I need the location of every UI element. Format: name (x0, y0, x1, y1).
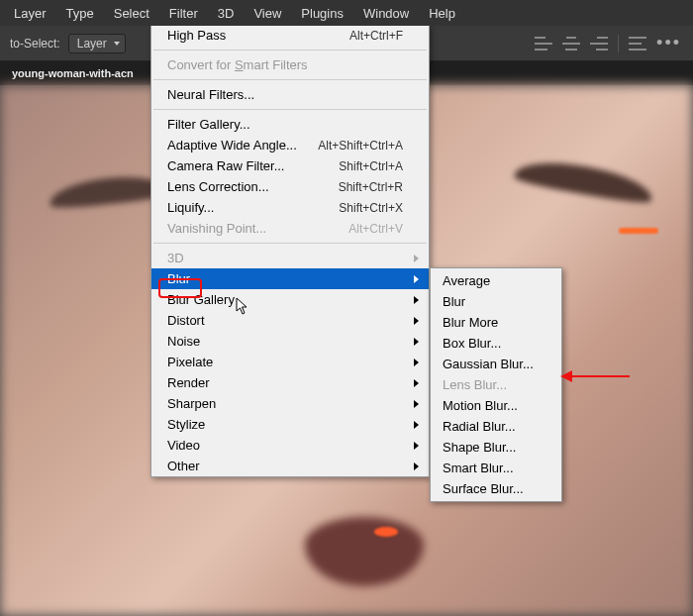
blur-gaussian-blur[interactable]: Gaussian Blur... (431, 354, 561, 374)
menu-item-label: Lens Correction... (167, 179, 269, 194)
menu-other-submenu[interactable]: Other (151, 456, 429, 476)
menu-item-shortcut: Alt+Ctrl+V (329, 222, 403, 236)
menu-item-shortcut: Shift+Ctrl+X (319, 201, 403, 215)
menu-item-label: Smart Blur... (443, 461, 514, 475)
blur-shape-blur[interactable]: Shape Blur... (431, 437, 561, 458)
menu-distort-submenu[interactable]: Distort (151, 310, 429, 331)
auto-select-label: to-Select: (2, 37, 68, 51)
menu-sharpen-submenu[interactable]: Sharpen (151, 393, 429, 414)
blur-submenu: Average Blur Blur More Box Blur... Gauss… (430, 267, 562, 502)
menu-item-label: Filter Gallery... (167, 117, 250, 132)
menu-vanishing-point: Vanishing Point...Alt+Ctrl+V (151, 218, 429, 239)
menu-filter-gallery[interactable]: Filter Gallery... (151, 114, 429, 135)
menu-item-label: Radial Blur... (443, 419, 516, 434)
menu-item-label: Sharpen (167, 396, 216, 411)
annotation-arrow-icon (562, 375, 630, 377)
menu-item-label: Neural Filters... (167, 87, 254, 102)
image-highlight (619, 228, 658, 234)
menu-lens-correction[interactable]: Lens Correction...Shift+Ctrl+R (151, 176, 429, 197)
menu-item-label: Noise (167, 334, 200, 349)
menu-separator (153, 243, 427, 244)
menu-item-label: Blur (443, 294, 465, 309)
menu-liquify[interactable]: Liquify...Shift+Ctrl+X (151, 197, 429, 218)
menu-pixelate-submenu[interactable]: Pixelate (151, 352, 429, 372)
menu-render-submenu[interactable]: Render (151, 372, 429, 393)
menu-item-label: Vanishing Point... (167, 221, 266, 236)
cursor-icon (236, 297, 249, 315)
align-right-icon[interactable] (590, 37, 608, 51)
menubar: Layer Type Select Filter 3D View Plugins… (0, 0, 693, 26)
menu-item-label: Adaptive Wide Angle... (167, 138, 297, 153)
menu-stylize-submenu[interactable]: Stylize (151, 414, 429, 435)
blur-surface-blur[interactable]: Surface Blur... (431, 478, 561, 499)
align-left-icon[interactable] (535, 37, 552, 51)
menu-plugins[interactable]: Plugins (291, 0, 353, 26)
menu-layer[interactable]: Layer (4, 0, 56, 26)
menu-select[interactable]: Select (104, 0, 159, 26)
menu-neural-filters[interactable]: Neural Filters... (151, 84, 429, 105)
menu-item-label: High Pass (167, 28, 226, 43)
menu-noise-submenu[interactable]: Noise (151, 331, 429, 352)
blur-average[interactable]: Average (431, 270, 561, 291)
menu-item-shortcut: Shift+Ctrl+R (319, 180, 403, 194)
menu-filter[interactable]: Filter (159, 0, 208, 26)
align-tools: ••• (535, 26, 693, 60)
menu-item-label: 3D (167, 251, 184, 265)
filter-dropdown-menu: High Pass Alt+Ctrl+F Convert for Smart F… (150, 24, 430, 477)
blur-lens-blur: Lens Blur... (431, 374, 561, 395)
menu-item-label: Surface Blur... (443, 481, 524, 496)
menu-item-label: Blur More (443, 315, 498, 330)
menu-adaptive-wide-angle[interactable]: Adaptive Wide Angle...Alt+Shift+Ctrl+A (151, 135, 429, 155)
image-highlight (374, 527, 398, 537)
blur-box-blur[interactable]: Box Blur... (431, 333, 561, 354)
menu-convert-smart-filters: Convert for Smart Filters (151, 54, 429, 75)
menu-3d-submenu: 3D (151, 248, 429, 268)
menu-help[interactable]: Help (419, 0, 465, 26)
menu-item-label: Lens Blur... (443, 377, 507, 392)
menu-item-label: Video (167, 438, 200, 453)
menu-item-shortcut: Alt+Ctrl+F (330, 29, 403, 43)
menu-view[interactable]: View (244, 0, 291, 26)
menu-item-label: Stylize (167, 417, 205, 432)
menu-item-label: Camera Raw Filter... (167, 158, 284, 173)
menu-item-label: Liquify... (167, 200, 214, 215)
menu-item-label: Render (167, 375, 210, 390)
blur-blur-more[interactable]: Blur More (431, 312, 561, 333)
menu-separator (153, 109, 427, 110)
menu-item-shortcut: Alt+Shift+Ctrl+A (298, 139, 403, 153)
menu-video-submenu[interactable]: Video (151, 435, 429, 456)
distribute-icon[interactable] (629, 37, 646, 51)
blur-smart-blur[interactable]: Smart Blur... (431, 458, 561, 478)
menu-high-pass[interactable]: High Pass Alt+Ctrl+F (151, 25, 429, 46)
more-options-icon[interactable]: ••• (656, 33, 681, 53)
menu-item-label: Pixelate (167, 355, 213, 369)
menu-type[interactable]: Type (56, 0, 104, 26)
layer-select-dropdown[interactable]: Layer (68, 34, 126, 53)
menu-item-label: Shape Blur... (443, 440, 516, 455)
blur-radial-blur[interactable]: Radial Blur... (431, 416, 561, 437)
menu-item-label: Average (443, 273, 490, 288)
menu-3d[interactable]: 3D (208, 0, 245, 26)
blur-motion-blur[interactable]: Motion Blur... (431, 395, 561, 416)
menu-item-label: Box Blur... (443, 336, 501, 351)
menu-item-label: Gaussian Blur... (443, 357, 534, 371)
menu-item-label: Other (167, 459, 200, 473)
document-tab[interactable]: young-woman-with-acn (4, 67, 142, 79)
menu-item-label: Motion Blur... (443, 398, 518, 413)
menu-separator (153, 50, 427, 51)
annotation-highlight-box (158, 278, 202, 298)
menu-item-label: Distort (167, 313, 205, 328)
blur-blur[interactable]: Blur (431, 291, 561, 312)
menu-separator (153, 79, 427, 80)
align-center-icon[interactable] (562, 37, 580, 51)
menu-item-label: Convert for Smart Filters (167, 57, 308, 72)
menu-window[interactable]: Window (353, 0, 419, 26)
menu-item-shortcut: Shift+Ctrl+A (319, 159, 403, 173)
menu-camera-raw-filter[interactable]: Camera Raw Filter...Shift+Ctrl+A (151, 155, 429, 176)
